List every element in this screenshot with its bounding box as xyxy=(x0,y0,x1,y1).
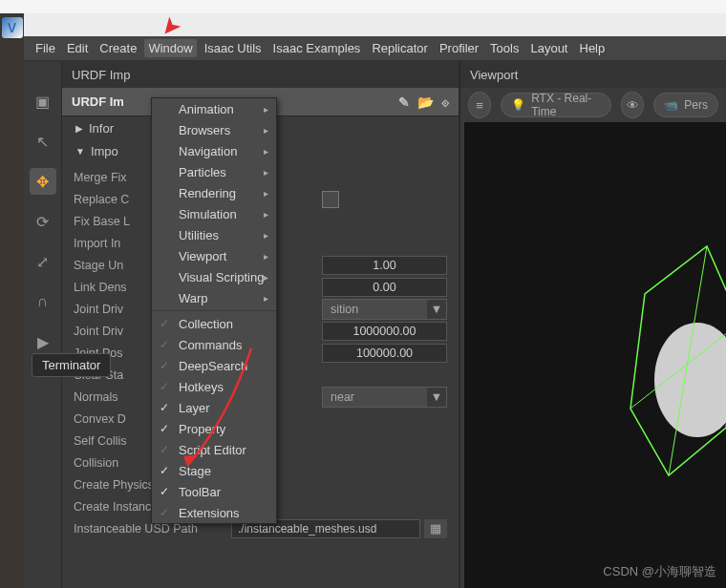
os-titlebar xyxy=(0,0,726,13)
menu-rendering[interactable]: Rendering▸ xyxy=(152,182,276,203)
tool-cursor-icon[interactable]: ↖ xyxy=(30,128,56,155)
check-icon: ✓ xyxy=(160,422,169,435)
panel-tab[interactable]: URDF Imp xyxy=(62,61,459,88)
menu-extensions[interactable]: ✓Extensions xyxy=(152,502,276,523)
viewport-panel: Viewport ≡ 💡 RTX - Real-Time 👁 📹 Pers xyxy=(459,61,726,588)
link-icon[interactable]: ⟐ xyxy=(441,94,449,110)
viewport-canvas[interactable] xyxy=(464,122,726,588)
tool-play-icon[interactable]: ▶ xyxy=(30,328,56,355)
tool-snap-icon[interactable]: ∩ xyxy=(30,288,56,315)
menu-viewport[interactable]: Viewport▸ xyxy=(152,245,276,266)
edit-icon[interactable]: ✎ xyxy=(398,94,410,110)
dock: V xyxy=(0,13,24,588)
menu-file[interactable]: File xyxy=(32,39,59,57)
menu-tools[interactable]: Tools xyxy=(486,39,523,57)
section-title: URDF Im xyxy=(72,94,124,109)
menu-create[interactable]: Create xyxy=(96,39,140,57)
menu-property[interactable]: ✓Property xyxy=(152,418,276,439)
menu-isaac-utils[interactable]: Isaac Utils xyxy=(201,39,266,57)
menu-profiler[interactable]: Profiler xyxy=(436,39,482,57)
app-main: File Edit Create Window Isaac Utils Isaa… xyxy=(24,36,726,588)
menu-particles[interactable]: Particles▸ xyxy=(152,161,276,182)
window-menu-dropdown: Animation▸ Browsers▸ Navigation▸ Particl… xyxy=(151,97,277,524)
viewport-settings-icon[interactable]: ≡ xyxy=(468,92,491,118)
link-density-input[interactable]: 0.00 xyxy=(322,278,447,297)
menu-isaac-examples[interactable]: Isaac Examples xyxy=(269,39,365,57)
menu-simulation[interactable]: Simulation▸ xyxy=(152,203,276,224)
svg-point-1 xyxy=(654,323,726,437)
menu-help[interactable]: Help xyxy=(576,39,609,57)
menu-collection[interactable]: ✓Collection xyxy=(152,313,276,334)
watermark: CSDN @小海聊智造 xyxy=(603,563,716,580)
render-mode-select[interactable]: 💡 RTX - Real-Time xyxy=(501,93,611,117)
check-icon: ✓ xyxy=(160,464,169,477)
viewport-tab[interactable]: Viewport xyxy=(460,61,726,88)
joint-drive-select[interactable]: sition▼ xyxy=(322,299,447,320)
chevron-down-icon: ▼ xyxy=(427,300,446,319)
menu-toolbar[interactable]: ✓ToolBar xyxy=(152,481,276,502)
toolbar-column: ▣ ↖ ✥ ⟳ ⤢ ∩ ▶ xyxy=(24,61,62,588)
browse-folder-icon[interactable]: ▦ xyxy=(424,519,447,538)
menu-animation[interactable]: Animation▸ xyxy=(152,98,276,119)
menu-visual-scripting[interactable]: Visual Scripting▸ xyxy=(152,266,276,287)
folder-open-icon[interactable]: 📂 xyxy=(417,94,434,110)
tool-select-frame-icon[interactable]: ▣ xyxy=(30,88,56,115)
menu-replicator[interactable]: Replicator xyxy=(368,39,432,57)
menu-utilities[interactable]: Utilities▸ xyxy=(152,224,276,245)
menu-edit[interactable]: Edit xyxy=(63,39,92,57)
check-icon: ✓ xyxy=(160,401,169,414)
dock-tooltip: Terminator xyxy=(32,353,111,377)
joint-val2-input[interactable]: 100000.00 xyxy=(322,344,447,363)
menu-layer[interactable]: ✓Layer xyxy=(152,397,276,418)
menu-window[interactable]: Window xyxy=(144,39,196,57)
tool-rotate-icon[interactable]: ⟳ xyxy=(30,208,56,235)
tool-scale-icon[interactable]: ⤢ xyxy=(30,248,56,275)
menu-warp[interactable]: Warp▸ xyxy=(152,287,276,308)
menu-browsers[interactable]: Browsers▸ xyxy=(152,119,276,140)
menu-commands[interactable]: ✓Commands xyxy=(152,334,276,355)
eye-icon[interactable]: 👁 xyxy=(621,92,644,118)
camera-select[interactable]: 📹 Pers xyxy=(653,93,718,117)
joint-val1-input[interactable]: 1000000.00 xyxy=(322,322,447,341)
check-icon: ✓ xyxy=(160,485,169,498)
window-chrome xyxy=(24,13,726,36)
menu-script-editor[interactable]: ✓Script Editor xyxy=(152,439,276,460)
lightbulb-icon: 💡 xyxy=(511,98,525,112)
tool-move-icon[interactable]: ✥ xyxy=(30,168,56,195)
normals-select[interactable]: near▼ xyxy=(322,387,447,408)
menu-navigation[interactable]: Navigation▸ xyxy=(152,140,276,161)
replace-checkbox[interactable] xyxy=(322,191,339,208)
menu-stage[interactable]: ✓Stage xyxy=(152,460,276,481)
camera-icon: 📹 xyxy=(664,98,678,112)
wireframe-object xyxy=(592,237,726,485)
stage-units-input[interactable]: 1.00 xyxy=(322,256,447,275)
viewport-toolbar: ≡ 💡 RTX - Real-Time 👁 📹 Pers xyxy=(460,88,726,122)
chevron-down-icon: ▼ xyxy=(427,388,446,407)
menu-hotkeys[interactable]: ✓Hotkeys xyxy=(152,376,276,397)
menu-layout[interactable]: Layout xyxy=(526,39,571,57)
menu-deepsearch[interactable]: ✓DeepSearch xyxy=(152,355,276,376)
menubar: File Edit Create Window Isaac Utils Isaa… xyxy=(24,36,726,61)
dock-app-icon[interactable]: V xyxy=(2,17,23,38)
